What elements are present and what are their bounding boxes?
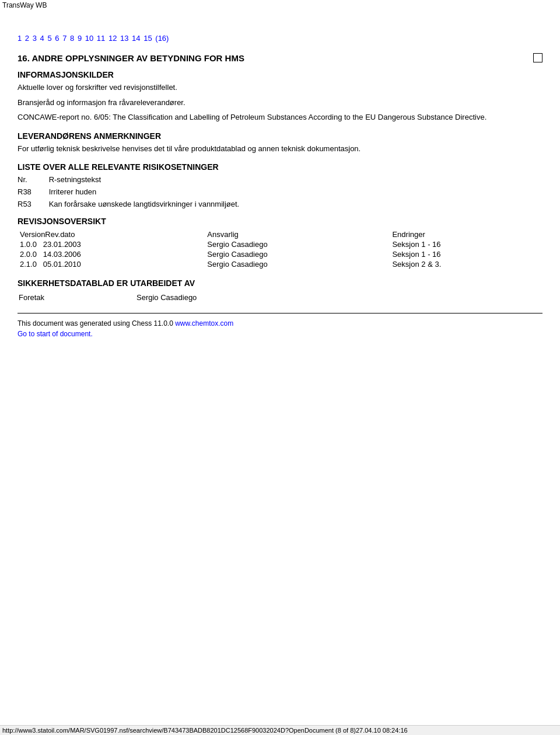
footer-area: This document was generated using Chess … <box>18 319 542 338</box>
revisjon-row-3: 2.1.0 05.01.2010 Sergio Casadiego Seksjo… <box>18 259 542 269</box>
rev-ver-3: 2.1.0 05.01.2010 <box>18 259 205 269</box>
generated-text: This document was generated using Chess … <box>18 319 175 328</box>
leverandor-block: LEVERANDØRENS ANMERKNINGER For utførlig … <box>18 131 542 155</box>
risk-row-r38: R38 Irriterer huden <box>18 187 542 196</box>
info-line2: Bransjeråd og informasjon fra råvareleve… <box>18 97 542 109</box>
utarbeidet-table: Foretak Sergio Casadiego <box>18 291 198 304</box>
rev-endringer-1: Seksjon 1 - 16 <box>390 239 542 249</box>
nav-link-2[interactable]: 2 <box>25 34 29 43</box>
info-line1: Aktuelle lover og forskrifter ved revisj… <box>18 82 542 93</box>
nav-link-9[interactable]: 9 <box>78 34 82 43</box>
section-divider <box>18 313 542 313</box>
revisjon-header-row: VersionRev.dato Ansvarlig Endringer <box>18 229 542 239</box>
utarbeidet-row: Foretak Sergio Casadiego <box>19 292 197 302</box>
rev-ansvarlig-2: Sergio Casadiego <box>205 249 390 259</box>
nav-link-6[interactable]: 6 <box>55 34 59 43</box>
col-text-header: R-setningstekst <box>49 175 102 184</box>
nav-link-4[interactable]: 4 <box>40 34 44 43</box>
liste-section: LISTE OVER ALLE RELEVANTE RISIKOSETNINGE… <box>18 162 542 208</box>
status-bar: http://www3.statoil.com/MAR/SVG01997.nsf… <box>0 725 560 735</box>
revisjon-table: VersionRev.dato Ansvarlig Endringer 1.0.… <box>18 229 542 269</box>
nav-link-14[interactable]: 14 <box>132 34 140 43</box>
rev-ver-1: 1.0.0 23.01.2003 <box>18 239 205 249</box>
risk-text-r38: Irriterer huden <box>49 187 97 196</box>
nav-link-8[interactable]: 8 <box>70 34 74 43</box>
info-line3: CONCAWE-report no. 6/05: The Classificat… <box>18 112 542 123</box>
risk-row-r53: R53 Kan forårsake uønskede langtidsvirkn… <box>18 200 542 208</box>
foretak-value: Sergio Casadiego <box>90 292 197 302</box>
revisjon-section: REVISJONSOVERSIKT VersionRev.dato Ansvar… <box>18 217 542 269</box>
risk-header: Nr. R-setningstekst <box>18 175 542 184</box>
nav-link-3[interactable]: 3 <box>33 34 37 43</box>
nav-link-15[interactable]: 15 <box>144 34 152 43</box>
nav-link-12[interactable]: 12 <box>108 34 117 43</box>
revisjon-row-2: 2.0.0 14.03.2006 Sergio Casadiego Seksjo… <box>18 249 542 259</box>
revisjon-heading: REVISJONSOVERSIKT <box>18 217 542 226</box>
status-bar-text: http://www3.statoil.com/MAR/SVG01997.nsf… <box>2 727 408 734</box>
rev-ver-2: 2.0.0 14.03.2006 <box>18 249 205 259</box>
rev-endringer-2: Seksjon 1 - 16 <box>390 249 542 259</box>
nav-link-11[interactable]: 11 <box>97 34 105 43</box>
generated-text-line: This document was generated using Chess … <box>18 319 542 328</box>
nav-link-1[interactable]: 1 <box>18 34 22 43</box>
rev-ansvarlig-3: Sergio Casadiego <box>205 259 390 269</box>
col-endringer: Endringer <box>390 229 542 239</box>
chemtox-link[interactable]: www.chemtox.com <box>175 319 233 328</box>
checkbox[interactable] <box>533 53 542 62</box>
nav-link-7[interactable]: 7 <box>62 34 66 43</box>
rev-endringer-3: Seksjon 2 & 3. <box>390 259 542 269</box>
liste-heading: LISTE OVER ALLE RELEVANTE RISIKOSETNINGE… <box>18 162 542 172</box>
risk-text-r53: Kan forårsake uønskede langtidsvirkninge… <box>49 200 240 208</box>
nav-links: 1 2 3 4 5 6 7 8 9 10 11 12 13 14 15 (16) <box>18 34 542 43</box>
app-title: TransWay WB <box>0 0 49 11</box>
revisjon-row-1: 1.0.0 23.01.2003 Sergio Casadiego Seksjo… <box>18 239 542 249</box>
section-heading: 16. ANDRE OPPLYSNINGER AV BETYDNING FOR … <box>18 53 542 63</box>
nav-link-16[interactable]: (16) <box>155 34 169 43</box>
risk-nr-r38: R38 <box>18 187 47 196</box>
col-ver: VersionRev.dato <box>18 229 205 239</box>
informasjonskilder-heading: INFORMASJONSKILDER <box>18 70 542 79</box>
informasjonskilder-block: INFORMASJONSKILDER Aktuelle lover og for… <box>18 70 542 123</box>
risk-nr-r53: R53 <box>18 200 47 208</box>
utarbeidet-section: SIKKERHETSDATABLAD ER UTARBEIDET AV Fore… <box>18 278 542 304</box>
go-to-start-link[interactable]: Go to start of document. <box>18 330 93 338</box>
section-title: 16. ANDRE OPPLYSNINGER AV BETYDNING FOR … <box>18 53 244 63</box>
leverandor-text: For utførlig teknisk beskrivelse henvise… <box>18 143 542 155</box>
nav-link-5[interactable]: 5 <box>47 34 51 43</box>
go-to-start-line: Go to start of document. <box>18 330 542 338</box>
nav-link-13[interactable]: 13 <box>120 34 128 43</box>
nav-link-10[interactable]: 10 <box>85 34 93 43</box>
utarbeidet-heading: SIKKERHETSDATABLAD ER UTARBEIDET AV <box>18 278 542 288</box>
foretak-label: Foretak <box>19 292 89 302</box>
rev-ansvarlig-1: Sergio Casadiego <box>205 239 390 249</box>
col-ansvarlig: Ansvarlig <box>205 229 390 239</box>
leverandor-heading: LEVERANDØRENS ANMERKNINGER <box>18 131 542 141</box>
col-nr-header: Nr. <box>18 175 47 184</box>
